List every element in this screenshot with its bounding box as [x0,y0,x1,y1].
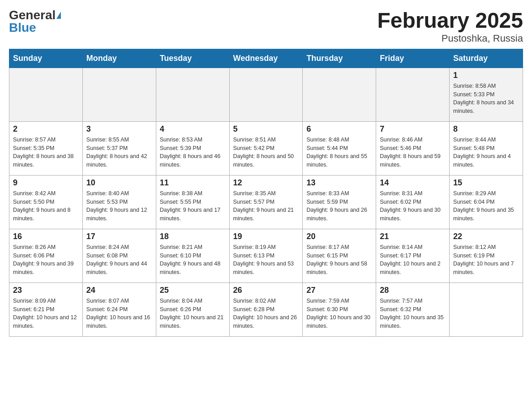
calendar-body: 1Sunrise: 8:58 AMSunset: 5:33 PMDaylight… [9,68,523,336]
calendar-cell: 15Sunrise: 8:29 AMSunset: 6:04 PMDayligh… [450,175,523,229]
calendar-cell: 26Sunrise: 8:02 AMSunset: 6:28 PMDayligh… [229,283,303,336]
calendar-week-2: 2Sunrise: 8:57 AMSunset: 5:35 PMDaylight… [9,121,523,175]
day-number: 20 [306,232,372,241]
day-info: Sunrise: 7:59 AMSunset: 6:30 PMDaylight:… [306,297,372,330]
day-info: Sunrise: 8:46 AMSunset: 5:46 PMDaylight:… [380,136,446,169]
calendar-cell: 13Sunrise: 8:33 AMSunset: 5:59 PMDayligh… [303,175,376,229]
col-sunday: Sunday [9,49,83,68]
calendar-cell: 25Sunrise: 8:04 AMSunset: 6:26 PMDayligh… [156,283,229,336]
logo-blue-text: Blue [9,21,36,34]
day-info: Sunrise: 8:26 AMSunset: 6:06 PMDaylight:… [13,243,79,277]
day-info: Sunrise: 8:31 AMSunset: 6:02 PMDaylight:… [380,189,446,223]
day-info: Sunrise: 8:55 AMSunset: 5:37 PMDaylight:… [86,136,152,169]
logo-triangle-icon [56,12,61,19]
day-number: 14 [380,178,446,188]
day-info: Sunrise: 8:14 AMSunset: 6:17 PMDaylight:… [380,243,446,277]
day-info: Sunrise: 8:29 AMSunset: 6:04 PMDaylight:… [453,189,519,223]
day-info: Sunrise: 8:33 AMSunset: 5:59 PMDaylight:… [306,189,372,223]
col-wednesday: Wednesday [229,49,303,68]
day-number: 22 [453,232,519,241]
month-title: February 2025 [377,9,523,33]
day-number: 21 [380,232,446,241]
day-number: 8 [453,124,519,134]
day-info: Sunrise: 8:53 AMSunset: 5:39 PMDaylight:… [160,136,226,169]
day-number: 1 [453,71,519,80]
calendar-cell [156,68,229,121]
calendar-cell: 22Sunrise: 8:12 AMSunset: 6:19 PMDayligh… [450,229,523,283]
day-number: 7 [380,124,446,134]
day-number: 28 [380,286,446,295]
col-friday: Friday [376,49,450,68]
day-number: 6 [306,124,372,134]
calendar-cell: 14Sunrise: 8:31 AMSunset: 6:02 PMDayligh… [376,175,450,229]
day-info: Sunrise: 8:17 AMSunset: 6:15 PMDaylight:… [306,243,372,277]
calendar-cell [376,68,450,121]
col-saturday: Saturday [450,49,523,68]
calendar-cell: 18Sunrise: 8:21 AMSunset: 6:10 PMDayligh… [156,229,229,283]
day-number: 23 [13,286,79,295]
calendar-cell: 2Sunrise: 8:57 AMSunset: 5:35 PMDaylight… [9,121,83,175]
col-monday: Monday [82,49,156,68]
calendar-cell: 21Sunrise: 8:14 AMSunset: 6:17 PMDayligh… [376,229,450,283]
calendar-cell: 23Sunrise: 8:09 AMSunset: 6:21 PMDayligh… [9,283,83,336]
day-info: Sunrise: 8:48 AMSunset: 5:44 PMDaylight:… [306,136,372,169]
day-info: Sunrise: 8:07 AMSunset: 6:24 PMDaylight:… [86,297,152,330]
day-info: Sunrise: 8:19 AMSunset: 6:13 PMDaylight:… [233,243,299,277]
calendar-table: Sunday Monday Tuesday Wednesday Thursday… [9,49,523,337]
title-area: February 2025 Pustoshka, Russia [377,9,523,44]
day-info: Sunrise: 8:51 AMSunset: 5:42 PMDaylight:… [233,136,299,169]
calendar-cell [450,283,523,336]
calendar-cell: 3Sunrise: 8:55 AMSunset: 5:37 PMDaylight… [82,121,156,175]
day-info: Sunrise: 8:24 AMSunset: 6:08 PMDaylight:… [86,243,152,277]
day-number: 4 [160,124,226,134]
day-info: Sunrise: 8:04 AMSunset: 6:26 PMDaylight:… [160,297,226,330]
calendar-cell: 16Sunrise: 8:26 AMSunset: 6:06 PMDayligh… [9,229,83,283]
col-tuesday: Tuesday [156,49,229,68]
page-header: General Blue February 2025 Pustoshka, Ru… [9,9,523,44]
day-info: Sunrise: 8:38 AMSunset: 5:55 PMDaylight:… [160,189,226,223]
day-info: Sunrise: 8:57 AMSunset: 5:35 PMDaylight:… [13,136,79,169]
day-number: 18 [160,232,226,241]
days-of-week-row: Sunday Monday Tuesday Wednesday Thursday… [9,49,523,68]
day-number: 26 [233,286,299,295]
day-info: Sunrise: 8:09 AMSunset: 6:21 PMDaylight:… [13,297,79,330]
day-number: 10 [86,178,152,188]
day-info: Sunrise: 7:57 AMSunset: 6:32 PMDaylight:… [380,297,446,330]
calendar-cell: 4Sunrise: 8:53 AMSunset: 5:39 PMDaylight… [156,121,229,175]
day-info: Sunrise: 8:44 AMSunset: 5:48 PMDaylight:… [453,136,519,169]
day-number: 3 [86,124,152,134]
calendar-week-5: 23Sunrise: 8:09 AMSunset: 6:21 PMDayligh… [9,283,523,336]
calendar-cell: 24Sunrise: 8:07 AMSunset: 6:24 PMDayligh… [82,283,156,336]
day-number: 17 [86,232,152,241]
calendar-cell: 28Sunrise: 7:57 AMSunset: 6:32 PMDayligh… [376,283,450,336]
day-info: Sunrise: 8:12 AMSunset: 6:19 PMDaylight:… [453,243,519,277]
calendar-cell: 11Sunrise: 8:38 AMSunset: 5:55 PMDayligh… [156,175,229,229]
calendar-cell: 19Sunrise: 8:19 AMSunset: 6:13 PMDayligh… [229,229,303,283]
day-number: 11 [160,178,226,188]
day-info: Sunrise: 8:35 AMSunset: 5:57 PMDaylight:… [233,189,299,223]
col-thursday: Thursday [303,49,376,68]
day-number: 19 [233,232,299,241]
logo: General Blue [9,9,61,34]
calendar-cell [9,68,83,121]
calendar-cell: 7Sunrise: 8:46 AMSunset: 5:46 PMDaylight… [376,121,450,175]
calendar-cell: 17Sunrise: 8:24 AMSunset: 6:08 PMDayligh… [82,229,156,283]
calendar-cell: 9Sunrise: 8:42 AMSunset: 5:50 PMDaylight… [9,175,83,229]
day-number: 25 [160,286,226,295]
day-number: 24 [86,286,152,295]
location-text: Pustoshka, Russia [377,33,523,44]
calendar-header: Sunday Monday Tuesday Wednesday Thursday… [9,49,523,68]
calendar-cell [303,68,376,121]
day-info: Sunrise: 8:40 AMSunset: 5:53 PMDaylight:… [86,189,152,223]
calendar-cell: 1Sunrise: 8:58 AMSunset: 5:33 PMDaylight… [450,68,523,121]
calendar-week-3: 9Sunrise: 8:42 AMSunset: 5:50 PMDaylight… [9,175,523,229]
calendar-cell: 8Sunrise: 8:44 AMSunset: 5:48 PMDaylight… [450,121,523,175]
calendar-cell: 10Sunrise: 8:40 AMSunset: 5:53 PMDayligh… [82,175,156,229]
day-number: 13 [306,178,372,188]
day-number: 2 [13,124,79,134]
calendar-cell: 5Sunrise: 8:51 AMSunset: 5:42 PMDaylight… [229,121,303,175]
day-info: Sunrise: 8:58 AMSunset: 5:33 PMDaylight:… [453,82,519,116]
day-number: 9 [13,178,79,188]
day-info: Sunrise: 8:02 AMSunset: 6:28 PMDaylight:… [233,297,299,330]
day-number: 27 [306,286,372,295]
